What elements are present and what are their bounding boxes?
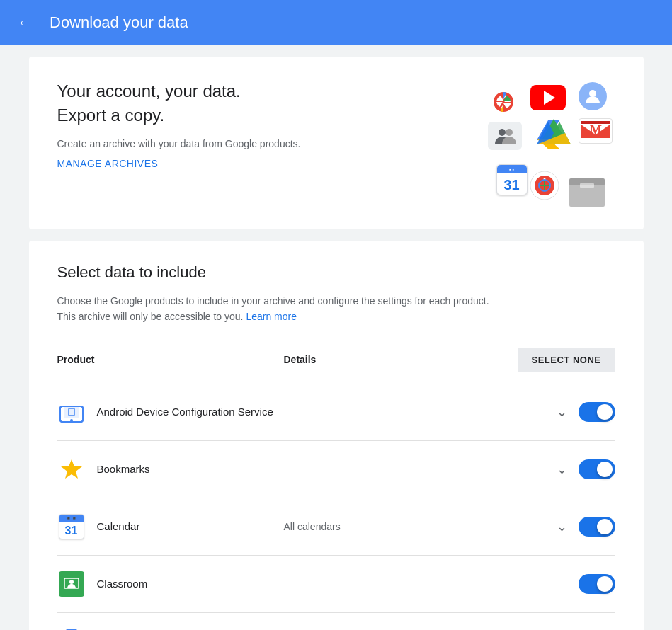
bookmarks-product-name: Bookmarks [97,463,150,475]
archive-box-icon [566,171,608,207]
learn-more-link[interactable]: Learn more [246,311,297,322]
product-info-calendar: ◾ ◾ 31 Calendar [57,512,284,541]
svg-rect-13 [580,183,594,188]
icons-cluster: M ▪ ▪ 31 [474,79,615,207]
table-header: Product Details SELECT NONE [57,342,615,378]
hero-text: Your account, your data. Export a copy. … [57,79,301,170]
select-data-description: Choose the Google products to include in… [57,293,615,325]
photos-bottom-icon [530,171,559,200]
bookmarks-chevron[interactable]: ⌄ [557,462,567,477]
product-row-contacts: Contacts vCard format ⌄ [57,613,615,630]
classroom-toggle[interactable] [579,574,615,594]
svg-point-23 [69,580,74,584]
hero-headline: Your account, your data. Export a copy. [57,79,301,127]
drive-icon [536,116,571,151]
calendar-product-icon: ◾ ◾ 31 [57,512,86,541]
bookmarks-toggle[interactable] [579,459,615,479]
page-title: Download your data [50,13,188,32]
hero-card: Your account, your data. Export a copy. … [29,57,644,229]
calendar-cluster-icon: ▪ ▪ 31 [496,164,528,195]
contacts-cluster-icon [488,122,522,150]
youtube-icon [530,85,566,110]
svg-point-1 [589,90,596,97]
bookmarks-actions: ⌄ [557,459,615,479]
android-toggle[interactable] [579,402,615,422]
classroom-product-name: Classroom [97,578,148,590]
select-data-card: Select data to include Choose the Google… [29,241,644,630]
product-info-contacts: Contacts [57,627,284,630]
calendar-product-name: Calendar [97,520,140,532]
gmail-icon: M [579,118,613,144]
back-button[interactable]: ← [17,13,33,32]
contacts-product-icon [57,627,86,630]
product-row-bookmarks: Bookmarks ⌄ [57,441,615,498]
android-device-icon [57,398,86,426]
hero-description: Create an archive with your data from Go… [57,138,301,149]
android-chevron[interactable]: ⌄ [557,404,567,420]
main-container: Your account, your data. Export a copy. … [18,57,655,630]
product-info-bookmarks: Bookmarks [57,455,284,483]
photos-icon [488,86,519,118]
avatar-icon [579,82,607,110]
product-row-classroom: Classroom [57,556,615,613]
android-product-name: Android Device Configuration Service [97,406,273,418]
svg-point-3 [506,129,513,136]
select-data-title: Select data to include [57,263,615,282]
calendar-actions: ⌄ [557,517,615,537]
svg-point-2 [499,129,506,136]
classroom-icon [57,570,86,598]
manage-archives-link[interactable]: MANAGE ARCHIVES [57,158,159,169]
select-none-button[interactable]: SELECT NONE [518,348,615,372]
classroom-actions [579,574,615,594]
product-info-classroom: Classroom [57,570,284,598]
svg-marker-21 [61,459,82,479]
hero-section: Your account, your data. Export a copy. … [57,79,615,207]
bookmarks-icon [57,455,86,483]
col-product-header: Product [57,354,284,365]
page-header: ← Download your data [0,0,672,45]
calendar-toggle[interactable] [579,517,615,537]
product-row-android: Android Device Configuration Service ⌄ [57,384,615,441]
col-details-header: Details [284,354,518,365]
calendar-chevron[interactable]: ⌄ [557,519,567,534]
product-row-calendar: ◾ ◾ 31 Calendar All calendars ⌄ [57,498,615,556]
android-actions: ⌄ [557,402,615,422]
calendar-details: All calendars [284,521,557,532]
product-info-android: Android Device Configuration Service [57,398,284,426]
